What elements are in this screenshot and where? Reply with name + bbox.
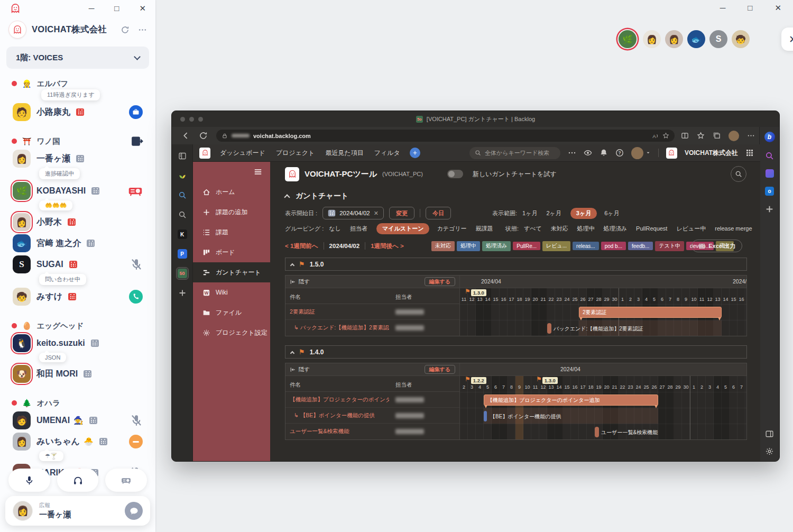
task-bar-stub[interactable] [547,323,551,334]
group-header-1[interactable]: 👷エルバフ [0,77,155,90]
legend-chip[interactable]: 処理済み [482,241,511,251]
task-row[interactable]: 【機能追加】プロジェクターのポインター追加 [285,392,459,408]
grouping-option[interactable]: 担当者 [350,225,367,233]
edit-button[interactable]: 編集する [425,365,455,374]
sidebar-item-wiki[interactable]: WWiki [193,282,270,302]
hide-columns-button[interactable]: 隠す [290,366,310,373]
state-option[interactable]: PullRequest [636,225,667,232]
member-row[interactable]: 🐟宮﨑 進之介 [0,233,155,253]
today-button[interactable]: 今日 [426,207,451,219]
calendar-icon[interactable] [69,261,77,268]
notifications-icon[interactable] [600,149,608,157]
minimize-button[interactable]: ─ [89,4,95,13]
star-icon[interactable] [697,132,705,140]
task-bar[interactable]: 2要素認証 [579,307,722,318]
participant-avatar[interactable]: 👩 [665,30,683,48]
legend-chip[interactable]: 未対応 [431,241,455,251]
user-menu[interactable] [631,147,651,159]
task-row[interactable]: ↳ 【BE】ポインター機能の提供 [285,408,459,424]
hide-columns-button[interactable]: 隠す [290,278,310,286]
group-header-4[interactable]: 🌲オハラ [0,397,155,409]
participant-avatar[interactable]: 👩 [643,30,661,48]
floor-selector[interactable]: 1階: VOICES [6,47,149,69]
task-bar-stub[interactable] [595,427,599,437]
close-share-button[interactable]: ✕ [781,27,793,51]
nav-item-4[interactable]: フィルタ [374,149,400,158]
state-option[interactable]: すべて [524,225,542,233]
headphones-button[interactable] [57,469,99,492]
url-bar[interactable]: voichat.backlog.com A [216,130,675,142]
calendar-icon[interactable] [84,370,91,378]
help-icon[interactable]: ? [615,149,624,157]
refresh-icon[interactable] [121,25,130,34]
sidebar-item-folder[interactable]: ファイル [193,302,270,323]
calendar-icon[interactable] [99,438,107,445]
milestone-marker[interactable]: ⚑1.3.0 [536,377,558,384]
grouping-option[interactable]: カテゴリー [437,225,466,233]
range-option[interactable]: 6ヶ月 [604,209,619,217]
read-aloud-icon[interactable]: A [651,132,659,140]
milestone-marker[interactable]: ⚑1.2.2 [465,377,486,384]
legend-chip[interactable]: PullRe... [513,242,540,250]
search-icon[interactable] [176,208,189,221]
global-add-button[interactable] [410,148,420,158]
new-gantt-toggle[interactable] [447,170,463,178]
excel-export-button[interactable]: Excel出力 [691,240,742,252]
member-row[interactable]: 👩一番ヶ瀬 [0,149,155,169]
legend-chip[interactable]: テスト中 [655,241,684,251]
profile-avatar[interactable] [729,131,739,141]
range-option[interactable]: 1ヶ月 [522,209,537,217]
sidebar-item-gantt[interactable]: ガントチャート [193,262,270,282]
nav-item-3[interactable]: 最近見た項目 [325,149,363,158]
watch-icon[interactable] [584,149,592,157]
next-week-link[interactable]: 1週間後へ > [371,242,404,250]
member-row[interactable]: 👩みいちゃん🐣 [0,432,155,452]
backlog-space-logo[interactable] [199,148,210,159]
my-profile-card[interactable]: 👩 広報 一番ヶ瀬 [5,496,150,526]
clear-date-icon[interactable]: ✕ [374,210,379,217]
state-option[interactable]: release merge [715,225,752,232]
task-row[interactable]: ユーザー一覧&検索機能 [285,424,459,439]
p-badge-icon[interactable]: P [176,247,189,260]
range-option[interactable]: 2ヶ月 [546,209,561,217]
collections-icon[interactable] [713,132,721,140]
more-icon[interactable] [747,132,755,140]
participant-avatar[interactable]: 🐟 [687,30,705,48]
milestone-section-header[interactable]: ⚑1.5.0 [285,258,747,271]
member-row[interactable]: 🧒みすけ [0,287,155,307]
chat-button[interactable] [125,502,143,520]
change-button[interactable]: 変更 [389,207,414,219]
plus-icon[interactable] [176,287,189,299]
member-row[interactable]: 🐧keito.suzuki [0,333,155,353]
grouping-option[interactable]: 親課題 [476,225,493,233]
participant-avatar[interactable]: 🧒 [732,30,750,48]
participant-avatar[interactable]: S [709,30,727,48]
collapse-icon[interactable] [284,194,290,200]
milestone-marker[interactable]: ⚑1.3.0 [465,289,486,296]
grouping-option[interactable]: マイルストーン [376,223,430,234]
milestone-section-header[interactable]: ⚑1.4.0 [285,345,747,359]
member-row[interactable]: 🌿KOBAYASHI [0,181,155,201]
project-search-button[interactable] [731,166,746,182]
member-row[interactable]: 🧑小路康丸 [0,102,155,122]
close-button[interactable]: ✕ [774,3,781,13]
member-row[interactable]: 🐶和田 MORI [0,364,155,384]
browser-tab[interactable]: 5o [VOICHAT_PC] ガントチャート | Backlog [172,115,779,123]
calendar-icon[interactable] [76,155,84,162]
sprout-icon[interactable] [176,169,189,182]
favorite-icon[interactable] [662,132,669,139]
sidebar-item-list[interactable]: 課題 [193,222,270,242]
state-option[interactable]: 処理中 [577,225,595,233]
range-option[interactable]: 3ヶ月 [570,208,597,219]
calendar-icon[interactable] [68,293,76,300]
state-option[interactable]: 処理済み [604,225,627,233]
global-search-input[interactable]: 全体からキーワード検索 [469,147,560,159]
participant-avatar[interactable]: 🌿 [619,30,637,48]
split-icon[interactable] [681,132,689,140]
sidebar-item-home[interactable]: ホーム [193,182,270,202]
legend-chip[interactable]: レビュ... [542,241,570,251]
task-bar[interactable]: 【機能追加】プロジェクターのポインター追加 [484,395,658,406]
collapse-icon[interactable] [290,351,294,355]
task-row[interactable]: ↳ バックエンド:【機能追加】2要素認証 [285,320,459,336]
legend-chip[interactable]: pod b... [601,242,626,250]
